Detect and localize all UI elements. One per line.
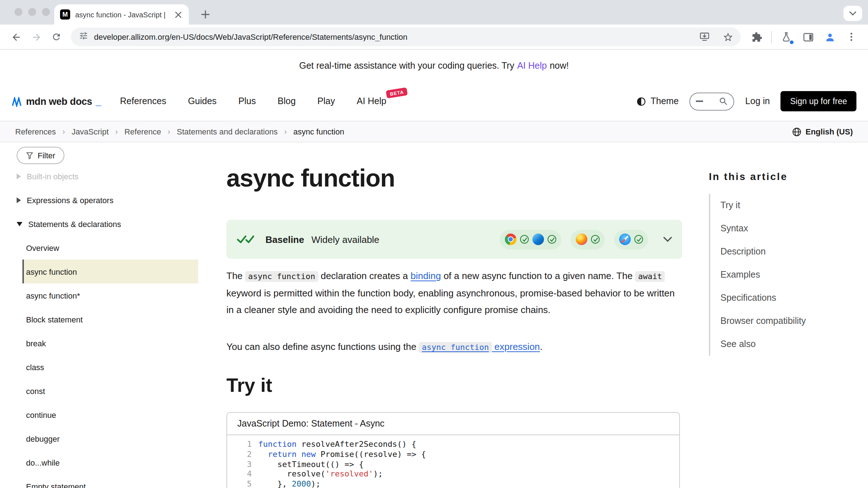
breadcrumb: References › JavaScript › Reference › St… [15, 127, 344, 136]
chevron-right-icon: › [115, 127, 118, 136]
code-text: return new Promise((resolve) => { [258, 450, 426, 460]
sidebar-tree: Built-in objects Expressions & operators… [17, 164, 222, 236]
mdn-favicon-icon: M [60, 9, 70, 20]
minimize-window-button[interactable] [28, 8, 36, 16]
try-it-heading: Try it [226, 374, 682, 397]
tab-strip: M async function - JavaScript | [0, 0, 868, 25]
theme-toggle[interactable]: Theme [637, 96, 679, 106]
signup-button[interactable]: Sign up for free [781, 91, 856, 111]
bookmark-star-icon[interactable] [719, 28, 736, 46]
caret-right-icon [17, 173, 21, 179]
toc-item-browser-compatibility[interactable]: Browser compatibility [720, 309, 868, 333]
notification-dot [790, 40, 793, 44]
sidebar-section-statements-declarations[interactable]: Statements & declarations [17, 212, 222, 236]
toc-item-syntax[interactable]: Syntax [720, 217, 868, 240]
sidebar-item-async-function[interactable]: async function [22, 260, 198, 283]
sidebar-item-block-statement[interactable]: Block statement [22, 307, 198, 331]
toc-list: Try it Syntax Description Examples Speci… [709, 194, 868, 356]
page-content: Filter Built-in objects Expressions & op… [0, 142, 868, 488]
sidebar-item-debugger[interactable]: debugger [22, 427, 198, 450]
toc-item-see-also[interactable]: See also [720, 333, 868, 356]
demo-title: JavaScript Demo: Statement - Async [227, 413, 679, 435]
menu-kebab-icon[interactable] [841, 27, 861, 47]
expression-paragraph: You can also define async functions usin… [226, 338, 682, 356]
code-line: 1 function resolveAfter2Seconds() { [230, 440, 679, 450]
line-number: 3 [230, 459, 252, 470]
toc-item-try-it[interactable]: Try it [720, 194, 868, 217]
baseline-expand-button[interactable] [663, 236, 672, 242]
safari-icon [619, 234, 631, 245]
profile-avatar-icon[interactable] [820, 27, 840, 47]
crumb-statements[interactable]: Statements and declarations [177, 127, 278, 136]
chevron-right-icon: › [284, 127, 287, 136]
experiments-beaker-icon[interactable] [776, 27, 796, 47]
globe-icon [792, 127, 801, 136]
code-text: setTimeout(() => { [258, 459, 363, 470]
sidebar-item-continue[interactable]: continue [22, 403, 198, 427]
sidebar-item-const[interactable]: const [22, 379, 198, 403]
supported-check-icon [634, 235, 643, 244]
login-link[interactable]: Log in [745, 96, 770, 106]
chip-firefox [571, 230, 605, 249]
reload-button[interactable] [46, 27, 67, 47]
filter-button[interactable]: Filter [17, 147, 65, 164]
sidebar-section-expressions-operators[interactable]: Expressions & operators [17, 188, 222, 212]
filter-funnel-icon [26, 151, 33, 159]
back-button[interactable] [6, 27, 26, 47]
sidebar-sublist: Overview async function async function* … [22, 236, 222, 488]
nav-guides[interactable]: Guides [188, 96, 217, 106]
crumb-javascript[interactable]: JavaScript [72, 127, 109, 136]
sidebar-item-break[interactable]: break [22, 331, 198, 355]
toc-item-specifications[interactable]: Specifications [720, 286, 868, 309]
sidebar-section-built-in-objects[interactable]: Built-in objects [17, 164, 222, 188]
baseline-banner: Baseline Widely available [226, 220, 682, 259]
promo-banner: Get real-time assistance with your codin… [0, 50, 868, 82]
sidebar-item-empty-statement[interactable]: Empty statement [22, 474, 198, 488]
code-text: }, 2000); [258, 479, 320, 488]
nav-references[interactable]: References [120, 96, 166, 106]
forward-button[interactable] [26, 27, 46, 47]
browser-tab[interactable]: M async function - JavaScript | [54, 4, 189, 25]
search-input[interactable] [690, 92, 735, 110]
toc-item-description[interactable]: Description [720, 240, 868, 263]
page-title: async function [226, 164, 682, 192]
sidebar-item-overview[interactable]: Overview [22, 236, 198, 260]
code-line: 2 return new Promise((resolve) => { [230, 450, 679, 460]
new-tab-button[interactable] [198, 7, 213, 22]
tab-title: async function - JavaScript | [75, 10, 168, 18]
nav-play[interactable]: Play [318, 96, 335, 106]
code-line: 4 resolve('resolved'); [230, 470, 679, 480]
toolbar-divider [771, 31, 772, 43]
language-selector[interactable]: English (US) [792, 127, 853, 136]
sidebar-item-do-while[interactable]: do...while [22, 450, 198, 474]
tab-close-icon[interactable] [173, 9, 183, 20]
close-window-button[interactable] [14, 8, 22, 16]
side-panel-icon[interactable] [798, 27, 818, 47]
crumb-reference[interactable]: Reference [124, 127, 161, 136]
nav-ai-help[interactable]: AI Help BETA [357, 96, 386, 106]
site-settings-icon[interactable] [79, 30, 88, 43]
nav-blog[interactable]: Blog [278, 96, 296, 106]
address-bar[interactable]: developer.allizom.org/en-US/docs/Web/Jav… [71, 27, 741, 46]
chrome-icon [505, 234, 516, 245]
zoom-window-button[interactable] [42, 8, 50, 16]
theme-icon [637, 97, 646, 106]
tab-search-button[interactable] [843, 6, 862, 21]
toolbar-actions [746, 27, 861, 47]
sidebar-item-async-function-star[interactable]: async function* [22, 283, 198, 307]
firefox-icon [576, 234, 587, 245]
chip-chrome-edge [500, 230, 561, 249]
extensions-icon[interactable] [746, 27, 767, 47]
sidebar-item-class[interactable]: class [22, 355, 198, 379]
install-app-icon[interactable] [696, 28, 713, 46]
toc-item-examples[interactable]: Examples [720, 263, 868, 286]
nav-ai-help-label: AI Help [357, 96, 386, 106]
demo-code-editor[interactable]: 1 function resolveAfter2Seconds() { 2 re… [227, 435, 679, 488]
search-icon [719, 97, 728, 106]
mdn-logo[interactable]: mdn web docs_ [12, 96, 101, 107]
caret-down-icon [17, 222, 22, 226]
url-text[interactable]: developer.allizom.org/en-US/docs/Web/Jav… [94, 33, 690, 41]
nav-plus[interactable]: Plus [238, 96, 256, 106]
ai-help-link[interactable]: AI Help [517, 61, 547, 71]
crumb-references[interactable]: References [15, 127, 56, 136]
